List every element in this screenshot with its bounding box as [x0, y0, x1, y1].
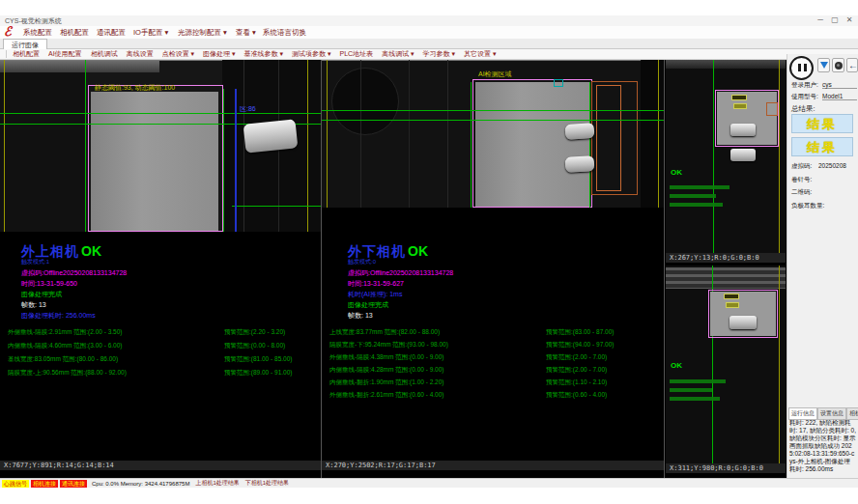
ai-region-label: AI检测区域 — [478, 70, 512, 79]
negative-tab-count-label: 负极耳数量: — [791, 202, 824, 210]
back-arrow-icon: ← — [848, 60, 858, 70]
edge-detect-line — [471, 82, 472, 208]
camera-tool-button[interactable] — [832, 58, 844, 72]
menu-view[interactable]: 查看 ▾ — [236, 28, 256, 38]
baseline — [322, 110, 664, 111]
tab-run-image[interactable]: 运行图像 — [3, 39, 47, 49]
tool-learn-params[interactable]: 学习参数 ▾ — [423, 49, 455, 59]
tab-strip: 运行图像 — [0, 39, 858, 49]
tool-test-params[interactable]: 测试项参数 ▾ — [292, 49, 330, 59]
measurement-row: 上线宽度:83.77mm 范围:(82.00 - 88.00)预警范围:(83.… — [329, 328, 662, 338]
tool-plc-address-table[interactable]: PLC地址表 — [340, 49, 374, 59]
result-box-upper: 结果 — [791, 114, 853, 133]
tool-ai-use-config[interactable]: AI使用配置 — [48, 49, 82, 59]
machine-line — [360, 60, 361, 208]
winding-pin-label: 卷针号: — [791, 176, 812, 184]
exit-button[interactable]: ← — [846, 58, 858, 72]
ai-time-text: 耗时(AI推理): 1ms — [348, 290, 402, 299]
calib-line — [779, 60, 780, 253]
virtual-code-label: 虚拟码: — [791, 162, 812, 171]
process-status-text: 图像处理完成 — [21, 290, 62, 299]
result-text-line — [670, 194, 716, 198]
pause-icon — [798, 64, 801, 71]
tool-offline-setting[interactable]: 离线设置 — [127, 49, 154, 59]
machine-band — [0, 61, 159, 72]
measurement-row: 内侧垂线-隔膜:4.60mm 范围:(3.00 - 6.00)预警范围:(0.0… — [8, 342, 319, 351]
electrode-tab — [730, 124, 756, 136]
calib-line — [327, 60, 328, 208]
run-info-text: 耗时: 222, 缺陷检测耗时: 17, 缺陷分类耗时: 0, 缺陷模块分区耗时… — [789, 419, 856, 473]
small-bottom-image[interactable]: OK — [666, 266, 786, 463]
process-status-text: 图像处理完成 — [348, 300, 388, 310]
tool-offline-debug[interactable]: 离线调试 ▾ — [382, 49, 414, 59]
time-text: 时间:13-31-59-627 — [348, 279, 404, 289]
machine-edge-line — [322, 60, 664, 61]
pixel-coord-bar: X:270;Y:2502;R:17;G:17;B:17 — [322, 461, 664, 470]
close-button[interactable]: ✕ — [843, 15, 856, 24]
tool-image-process[interactable]: 图像处理 ▾ — [203, 49, 235, 59]
lower-camera-result-link[interactable]: 下相机1处理结果 — [245, 479, 289, 488]
measurement-row: 外侧垂线-隔膜:4.38mm 范围:(0.00 - 9.00)预警范围:(2.0… — [329, 353, 662, 363]
measurement-row: 内侧垂线-翻折:1.90mm 范围:(1.00 - 2.20)预警范围:(1.1… — [329, 378, 662, 388]
label-box-overlay — [731, 95, 747, 100]
machine-dark-right — [641, 60, 664, 208]
machine-band — [666, 60, 786, 69]
edge-detect-line — [223, 89, 224, 232]
ai-region-inner-rect — [596, 85, 621, 191]
pixel-coord-bar: X:311;Y:980;R:0;G:0;B:0 — [666, 463, 786, 473]
barcode-text: 虚拟码:Offline20250208133134728 — [348, 268, 453, 278]
minimize-button[interactable]: ─ — [814, 15, 827, 24]
tool-spot-check[interactable]: 点检设置 ▾ — [162, 49, 194, 59]
machine-line — [409, 60, 410, 208]
edge-detect-line — [713, 60, 714, 253]
result-ok: OK — [671, 361, 682, 370]
menu-comm-config[interactable]: 通讯配置 — [97, 28, 126, 38]
pause-button[interactable] — [789, 56, 814, 80]
control-panel: ← 登录用户: cys 使用型号: Model1 总结果: 结果 结果 虚拟码:… — [786, 54, 858, 478]
mid-camera-image[interactable]: AI检测区域 — [322, 60, 664, 208]
edge-detect-line — [589, 82, 590, 208]
tool-camera-debug[interactable]: 相机调试 — [91, 49, 118, 59]
calib-line — [658, 60, 659, 208]
result-ok: OK — [671, 168, 682, 177]
menu-language-switch[interactable]: 系统语言切换 — [263, 28, 306, 38]
menu-io-config[interactable]: IO手配置 ▾ — [133, 28, 168, 38]
measurement-row: 外侧垂线-隔膜:2.91mm 范围:(2.00 - 3.50)预警范围:(2.2… — [8, 328, 319, 338]
calib-line — [4, 60, 5, 232]
app-window: CYS-视觉检测系统 ─ ▢ ✕ ℰ 系统配置 相机配置 通讯配置 IO手配置 … — [0, 0, 858, 504]
menu-system-config[interactable]: 系统配置 — [23, 28, 52, 38]
login-user-field[interactable]: cys — [822, 81, 857, 89]
machine-band — [666, 267, 786, 289]
menu-light-control-config[interactable]: 光源控制配置 ▾ — [178, 28, 227, 38]
ai-tool-button[interactable] — [817, 58, 830, 72]
menu-camera-config[interactable]: 相机配置 — [60, 28, 89, 38]
tool-other-settings[interactable]: 其它设置 ▾ — [464, 49, 496, 59]
comm-link-status-badge: 通讯连接 — [60, 480, 87, 488]
frame-count-text: 帧数: 13 — [348, 311, 373, 321]
qr-code-label: 二维码: — [791, 188, 812, 197]
camera-name: 外上相机 — [21, 243, 79, 259]
maximize-button[interactable]: ▢ — [828, 15, 842, 24]
model-field[interactable]: Model1 — [822, 93, 857, 100]
electrode-tab — [564, 123, 594, 140]
window-title: CYS-视觉检测系统 — [5, 16, 62, 26]
label-box-overlay — [733, 103, 747, 109]
virtual-code-value: 20250208 — [818, 162, 846, 169]
result-text-line — [670, 203, 723, 207]
baseline — [0, 113, 321, 114]
cpu-memory-text: Cpu: 0.0% Memory: 3424.41796875M — [92, 481, 189, 487]
heartbeat-status-badge: 心跳信号 — [2, 480, 29, 488]
result-text-line — [670, 379, 726, 383]
tool-camera-config[interactable]: 相机配置 — [13, 49, 40, 59]
small-view-column: OK X:267;Y:13;R:0;G:0;B:0 OK — [666, 60, 786, 478]
upper-camera-result-link[interactable]: 上相机1处理结果 — [195, 479, 239, 488]
baseline — [232, 206, 321, 207]
small-top-image[interactable]: OK — [666, 60, 786, 253]
flask-icon — [820, 62, 828, 69]
camera-name: 外下相机 — [348, 243, 406, 259]
threshold-overlay-text: 静态阈值:93, 动态阈值:100 — [95, 83, 175, 93]
tool-baseline-params[interactable]: 基准线参数 ▾ — [244, 49, 283, 59]
measurement-row: 隔膜宽度-下:95.24mm 范围:(93.00 - 98.00)预警范围:(9… — [329, 341, 662, 350]
left-camera-image[interactable]: 静态阈值:93, 动态阈值:100 区:86 — [0, 60, 321, 232]
measurement-row: 基线宽度:83.05mm 范围:(80.00 - 86.00)预警范围:(81.… — [8, 355, 319, 365]
